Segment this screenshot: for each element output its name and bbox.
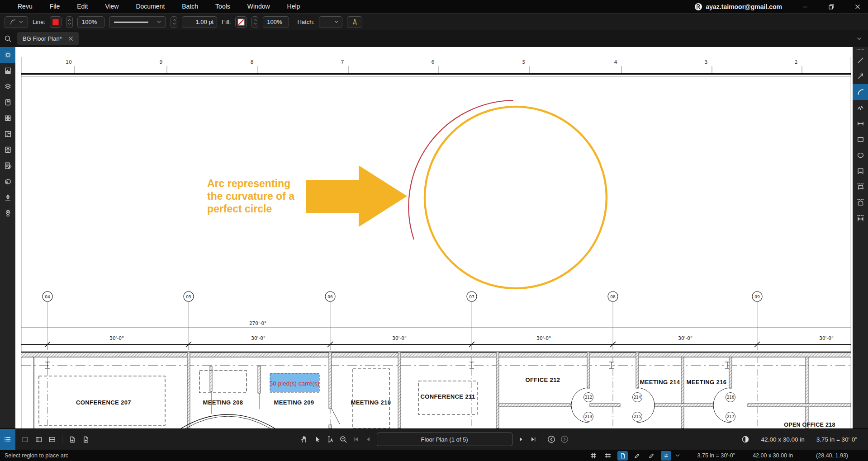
- tab-close-icon[interactable]: [68, 36, 73, 41]
- svg-text:217: 217: [727, 414, 734, 419]
- next-view-button[interactable]: [560, 435, 569, 443]
- svg-text:213: 213: [585, 414, 592, 419]
- panel-properties-button[interactable]: [0, 47, 15, 63]
- polygon-tool-button[interactable]: [853, 163, 868, 179]
- select-tool-button[interactable]: [313, 435, 321, 443]
- menu-document[interactable]: Document: [127, 0, 173, 13]
- svg-text:9: 9: [160, 59, 163, 65]
- line-opacity-stepper[interactable]: [66, 16, 73, 28]
- arc-style-dropdown[interactable]: [5, 16, 28, 28]
- menu-batch[interactable]: Batch: [173, 0, 207, 13]
- dashboard-button[interactable]: [21, 436, 29, 443]
- fill-color-swatch[interactable]: [235, 16, 247, 28]
- next-page-button[interactable]: [517, 436, 525, 443]
- line-tool-button[interactable]: [853, 52, 868, 68]
- compass-tool-button[interactable]: [347, 16, 362, 28]
- left-panel-rail: [0, 47, 15, 428]
- fill-opacity-stepper[interactable]: [251, 16, 258, 28]
- panel-layers-button[interactable]: [0, 79, 15, 94]
- menu-help[interactable]: Help: [279, 0, 309, 13]
- svg-text:30'-0": 30'-0": [109, 335, 124, 341]
- tab-bg-floor-plan[interactable]: BG Floor Plan*: [17, 32, 79, 45]
- contrast-mode-button[interactable]: [741, 435, 749, 443]
- status-bar: Select region to place arc 3.75 in = 30'…: [0, 450, 868, 461]
- export-document-button[interactable]: [68, 436, 76, 443]
- dimension-strip: 270'-0" 30'-0" 30'-0" 30'-0" 30'-0" 30'-…: [21, 320, 851, 347]
- panel-floorplan-button[interactable]: [0, 126, 15, 142]
- area-measurement-markup[interactable]: 50 pied(s) carré(s): [270, 373, 319, 392]
- split-horizontal-button[interactable]: [48, 436, 56, 443]
- split-vertical-button[interactable]: [35, 436, 43, 443]
- annotation-arrow[interactable]: [306, 165, 407, 227]
- menu-bar: Revu File Edit View Document Batch Tools…: [0, 0, 308, 13]
- drawing-canvas[interactable]: 10 9 8 7 6 5 4 3 2: [15, 47, 853, 428]
- menu-file[interactable]: File: [41, 0, 69, 13]
- pan-tool-button[interactable]: [300, 435, 308, 443]
- length-measure-button[interactable]: [853, 211, 868, 226]
- import-document-button[interactable]: [82, 436, 90, 443]
- calibrate-tool-button[interactable]: [853, 116, 868, 132]
- perimeter-measure-button[interactable]: [853, 179, 868, 195]
- chevron-down-icon: [19, 20, 23, 24]
- last-page-button[interactable]: [530, 436, 537, 443]
- panel-signatures-button[interactable]: [0, 189, 15, 205]
- previous-view-button[interactable]: [547, 435, 555, 443]
- page-navigation-input[interactable]: Floor Plan (1 of 5): [377, 433, 512, 446]
- svg-text:MEETING 210: MEETING 210: [351, 399, 391, 406]
- svg-text:5: 5: [522, 59, 526, 65]
- panel-file-access-button[interactable]: [0, 142, 15, 158]
- hatch-dropdown[interactable]: [319, 16, 342, 28]
- tab-list-chevron[interactable]: [857, 37, 862, 41]
- markup-mode-button[interactable]: [632, 451, 642, 461]
- menu-window[interactable]: Window: [239, 0, 279, 13]
- panel-markup-list-button[interactable]: [0, 158, 15, 174]
- arrow-tool-button[interactable]: [853, 68, 868, 84]
- annotation-text[interactable]: Arc representing the curvature of a perf…: [207, 178, 294, 215]
- sync-view-button[interactable]: [661, 451, 671, 461]
- polyline-tool-button[interactable]: [853, 100, 868, 116]
- menu-edit[interactable]: Edit: [68, 0, 96, 13]
- rectangle-tool-button[interactable]: [853, 132, 868, 147]
- first-page-button[interactable]: [352, 436, 360, 443]
- panel-spaces-button[interactable]: [0, 110, 15, 126]
- select-text-button[interactable]: [326, 435, 334, 443]
- line-width-value[interactable]: 1.00 pt: [182, 16, 217, 28]
- annotation-red-arc[interactable]: [408, 100, 513, 240]
- svg-text:10: 10: [66, 59, 72, 65]
- menu-view[interactable]: View: [96, 0, 127, 13]
- minimize-button[interactable]: [802, 4, 808, 10]
- panel-places-button[interactable]: [0, 205, 15, 221]
- ellipse-icon: [857, 151, 864, 159]
- single-page-mode-button[interactable]: [617, 451, 628, 461]
- revu-logo-icon: [694, 3, 702, 11]
- previous-page-button[interactable]: [365, 436, 372, 443]
- search-button[interactable]: [0, 35, 15, 42]
- menu-revu[interactable]: Revu: [9, 0, 41, 13]
- rail-drag-handle[interactable]: [856, 47, 864, 52]
- account-button[interactable]: ayaz.taimoor@gmail.com: [694, 3, 782, 11]
- panel-thumbnails-button[interactable]: [0, 63, 15, 79]
- ink-pen-button[interactable]: [646, 451, 657, 461]
- ellipse-tool-button[interactable]: [853, 147, 868, 163]
- close-button[interactable]: [854, 4, 861, 10]
- arc-tool-button[interactable]: [853, 84, 868, 100]
- line-color-swatch[interactable]: [50, 16, 62, 28]
- line-width-stepper[interactable]: [171, 16, 177, 28]
- area-measure-button[interactable]: [853, 195, 868, 211]
- fill-opacity-value[interactable]: 100%: [263, 16, 289, 28]
- grid-toggle-button[interactable]: [588, 451, 599, 461]
- snap-toggle-button[interactable]: [603, 451, 613, 461]
- panel-3d-model-button[interactable]: [0, 174, 15, 189]
- svg-text:CONFERENCE 207: CONFERENCE 207: [76, 399, 131, 406]
- annotation-circle[interactable]: [425, 107, 607, 288]
- line-opacity-value[interactable]: 100%: [77, 16, 104, 28]
- svg-text:30'-0": 30'-0": [251, 335, 266, 341]
- line-style-dropdown[interactable]: [109, 16, 166, 28]
- zoom-tool-button[interactable]: [339, 435, 347, 443]
- sync-options-chevron[interactable]: [675, 454, 680, 457]
- restore-button[interactable]: [828, 4, 835, 10]
- menu-tools[interactable]: Tools: [207, 0, 239, 13]
- bookmark-icon: [4, 99, 12, 106]
- markup-list-toggle-button[interactable]: [0, 429, 15, 450]
- panel-bookmarks-button[interactable]: [0, 94, 15, 110]
